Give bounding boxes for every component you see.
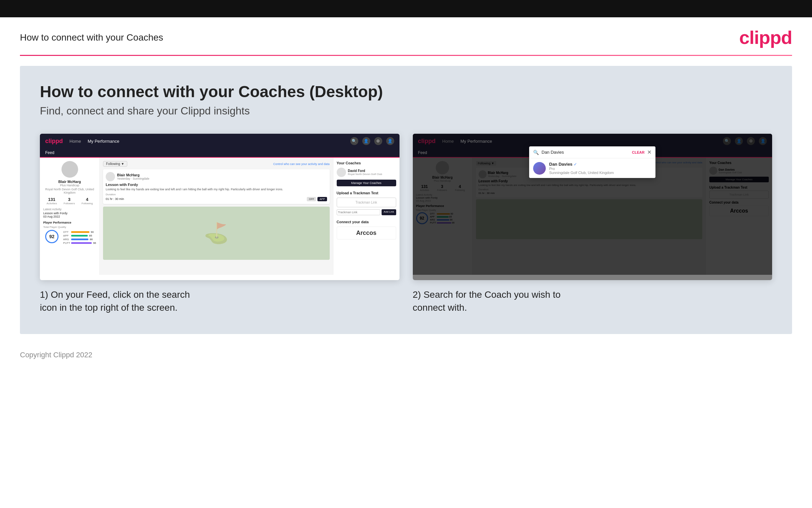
main-subtitle: Find, connect and share your Clippd insi… xyxy=(40,105,772,117)
mock-bar-putt: PUTT 96 xyxy=(63,242,96,245)
mock-nav-icons: 🔍 👤 ⚙ 👤 xyxy=(350,137,394,145)
screenshot-1: clippd Home My Performance 🔍 👤 ⚙ 👤 Feed xyxy=(40,134,399,280)
caption-1: 1) On your Feed, click on the search ico… xyxy=(40,288,399,314)
mock-btn-app[interactable]: APP xyxy=(318,197,327,201)
mock-trackman-input[interactable] xyxy=(337,209,381,215)
mock-nav-performance: My Performance xyxy=(88,139,119,144)
mock-david-ford-club: Royal North Devon Golf Club xyxy=(348,173,382,176)
mock-btn-pair: OFF APP xyxy=(307,197,327,201)
mock-score-circle: 92 xyxy=(45,230,58,243)
mock-trackman-row: Add Link xyxy=(337,209,396,215)
mock-manage-coaches-btn[interactable]: Manage Your Coaches xyxy=(337,180,396,186)
mock-body-1: Blair McHarg Plus Handicap Royal North D… xyxy=(40,158,399,275)
mock-search-popup: 🔍 Dan Davies CLEAR ✕ Dan Davies ✓ Pro xyxy=(529,146,656,178)
mock-nav-home: Home xyxy=(69,139,81,144)
main-content: How to connect with your Coaches (Deskto… xyxy=(20,66,792,334)
screenshot-2: clippd Home My Performance 🔍 👤 ⚙ 👤 Feed xyxy=(413,134,772,280)
copyright-text: Copyright Clippd 2022 xyxy=(20,351,92,359)
mock-latest-value: Lesson with Fordy xyxy=(43,212,96,215)
caption-2: 2) Search for the Coach you wish to conn… xyxy=(413,288,772,314)
screenshot-2-container: clippd Home My Performance 🔍 👤 ⚙ 👤 Feed xyxy=(413,134,772,314)
mock-coach-avatar-img xyxy=(106,172,115,181)
mock-quality-label: Total Player Quality xyxy=(43,225,96,228)
mock-avatar-icon[interactable]: 👤 xyxy=(386,137,394,145)
mock-tabs-1: Feed xyxy=(40,149,399,158)
mock-result-avatar xyxy=(533,162,546,175)
page-title: How to connect with your Coaches xyxy=(20,32,163,43)
mock-david-ford-name: David Ford xyxy=(348,169,382,173)
mock-profile-club: Royal North Devon Golf Club, United King… xyxy=(43,187,96,194)
screenshot-1-container: clippd Home My Performance 🔍 👤 ⚙ 👤 Feed xyxy=(40,134,399,314)
footer: Copyright Clippd 2022 xyxy=(0,344,812,366)
header: How to connect with your Coaches clippd xyxy=(0,17,812,55)
mock-profile-avatar xyxy=(61,161,78,178)
mock-arccos-logo: Arccos xyxy=(337,226,396,240)
mock-connect-title: Connect your data xyxy=(337,220,396,224)
mock-upload-section: Upload a Trackman Test Trackman Link Add… xyxy=(337,191,396,215)
mock-connect-section: Connect your data Arccos xyxy=(337,220,396,240)
mock-bar-putt-fill xyxy=(71,242,92,244)
mock-activities-label: Activities xyxy=(47,202,57,205)
mock-add-link-btn[interactable]: Add Link xyxy=(382,209,396,215)
mock-profile-handicap: Plus Handicap xyxy=(43,184,96,187)
mock-settings-icon[interactable]: ⚙ xyxy=(374,137,382,145)
mock-result-info: Dan Davies ✓ Pro Sunningdale Golf Club, … xyxy=(549,162,614,175)
mock-followers-num: 3 xyxy=(63,197,75,202)
mock-search-icon-popup: 🔍 xyxy=(533,150,539,155)
mock-profile-name: Blair McHarg xyxy=(43,180,96,184)
mock-following-button[interactable]: Following ▼ xyxy=(103,161,127,167)
mock-coach-row: Blair McHarg Yesterday · Sunningdale xyxy=(106,172,327,181)
mock-clear-button[interactable]: CLEAR xyxy=(632,151,644,154)
mock-search-query-text: Dan Davies xyxy=(541,150,629,155)
mock-following-label: Following xyxy=(82,202,93,205)
mock-user-icon[interactable]: 👤 xyxy=(362,137,370,145)
mock-middle-panel: Following ▼ Control who can see your act… xyxy=(100,158,333,275)
mock-bar-arg: ARG 86 xyxy=(63,238,96,241)
mock-following-row: Following ▼ Control who can see your act… xyxy=(103,161,330,167)
mock-result-role: Pro xyxy=(549,167,614,171)
mock-result-name: Dan Davies xyxy=(549,162,572,167)
mock-bar-arg-fill xyxy=(71,239,88,240)
mock-stat-following: 4 Following xyxy=(82,197,93,205)
mock-bar-ott-fill xyxy=(71,231,89,233)
main-title: How to connect with your Coaches (Deskto… xyxy=(40,83,772,101)
mock-stats: 131 Activities 3 Followers 4 Following xyxy=(43,197,96,205)
mock-feed-card: Blair McHarg Yesterday · Sunningdale Les… xyxy=(103,169,330,204)
mock-followers-label: Followers xyxy=(63,202,75,205)
mock-activities-num: 131 xyxy=(47,197,57,202)
mock-lesson-title: Lesson with Fordy xyxy=(106,183,327,186)
mock-search-input-row: 🔍 Dan Davies CLEAR ✕ xyxy=(529,146,656,158)
mock-control-link[interactable]: Control who can see your activity and da… xyxy=(273,162,330,166)
mock-stat-followers: 3 Followers xyxy=(63,197,75,205)
mock-right-panel: Your Coaches David Ford Royal North Devo… xyxy=(333,158,399,275)
mock-close-button[interactable]: ✕ xyxy=(647,149,652,155)
mock-coach-card-sub: Yesterday · Sunningdale xyxy=(117,177,149,180)
mock-bar-app-fill xyxy=(71,235,88,237)
mock-left-panel: Blair McHarg Plus Handicap Royal North D… xyxy=(40,158,100,275)
mock-golf-image: ⛳ xyxy=(103,207,330,260)
mock-coach-card-item: David Ford Royal North Devon Golf Club xyxy=(337,168,396,177)
mock-duration-row: 01 hr : 30 min OFF APP xyxy=(106,197,327,201)
mock-btn-off[interactable]: OFF xyxy=(307,197,316,201)
mock-latest-label: Latest Activity xyxy=(43,208,96,211)
mock-result-club: Sunningdale Golf Club, United Kingdom xyxy=(549,171,614,175)
mock-search-icon[interactable]: 🔍 xyxy=(350,137,358,145)
screenshots-row: clippd Home My Performance 🔍 👤 ⚙ 👤 Feed xyxy=(40,134,772,314)
clippd-logo: clippd xyxy=(739,27,792,48)
mock-search-result[interactable]: Dan Davies ✓ Pro Sunningdale Golf Club, … xyxy=(529,158,656,178)
mock-logo-1: clippd xyxy=(45,138,63,145)
mock-bar-ott: OTT 90 xyxy=(63,230,96,234)
top-bar xyxy=(0,0,812,17)
mock-tab-feed[interactable]: Feed xyxy=(45,149,54,158)
mock-coach-card-name: Blair McHarg xyxy=(117,173,149,177)
mock-performance-title: Player Performance xyxy=(43,221,96,224)
mock-bar-app: APP 85 xyxy=(63,234,96,237)
mock-following-num: 4 xyxy=(82,197,93,202)
mock-upload-title: Upload a Trackman Test xyxy=(337,191,396,195)
mock-stat-activities: 131 Activities xyxy=(47,197,57,205)
mock-trackman-placeholder: Trackman Link xyxy=(337,198,396,207)
header-divider xyxy=(20,55,792,56)
mock-golfer-icon: ⛳ xyxy=(204,221,229,245)
mock-verified-icon: ✓ xyxy=(574,162,577,167)
mock-duration-value: 01 hr : 30 min xyxy=(106,197,124,201)
